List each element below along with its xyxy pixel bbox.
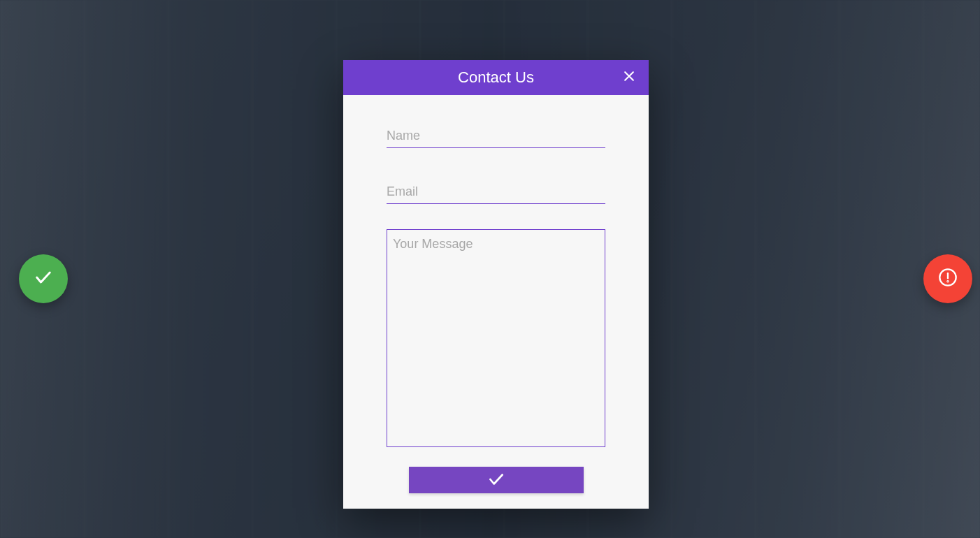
svg-point-2 (947, 281, 948, 282)
modal-body (343, 95, 649, 509)
email-field-group (387, 180, 605, 204)
check-icon (34, 268, 53, 290)
name-field-group (387, 124, 605, 148)
name-input[interactable] (387, 124, 605, 148)
contact-modal: Contact Us (343, 60, 649, 509)
error-fab-button[interactable] (923, 254, 972, 303)
modal-title: Contact Us (458, 68, 534, 87)
modal-header: Contact Us (343, 60, 649, 95)
close-icon (622, 69, 636, 86)
check-icon (487, 470, 505, 490)
message-textarea[interactable] (387, 229, 605, 447)
email-input[interactable] (387, 180, 605, 204)
submit-button[interactable] (409, 467, 584, 493)
message-field-group (387, 229, 605, 450)
success-fab-button[interactable] (19, 254, 68, 303)
alert-circle-icon (938, 268, 958, 290)
close-button[interactable] (619, 68, 639, 87)
